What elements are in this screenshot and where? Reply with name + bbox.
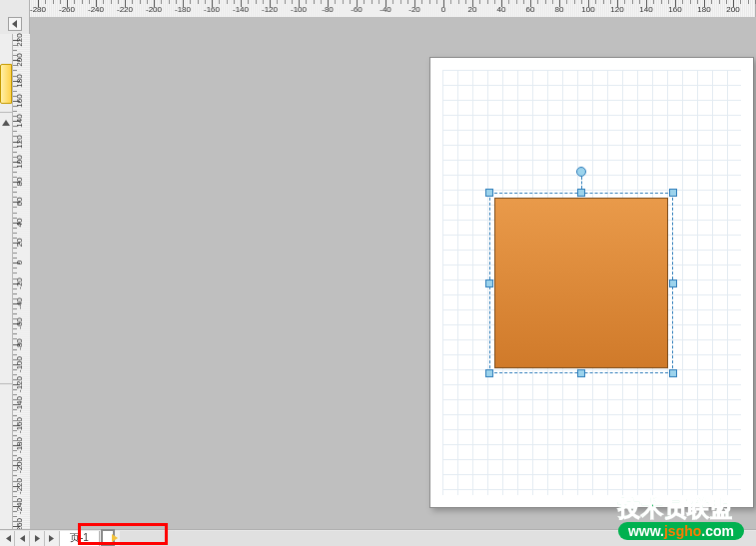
horizontal-ruler[interactable]: -280-260-240-220-200-180-160-140-120-100…: [30, 0, 756, 17]
page-tab-1[interactable]: 页-1: [60, 531, 100, 546]
ruler-h-label: -60: [351, 5, 363, 14]
ruler-h-label: -280: [30, 5, 46, 14]
ruler-h-label: -180: [175, 5, 191, 14]
prev-page-button[interactable]: [15, 531, 30, 546]
rotation-handle[interactable]: [576, 167, 586, 177]
visio-window: -280-260-240-220-200-180-160-140-120-100…: [0, 0, 756, 546]
ruler-h-label: -240: [88, 5, 104, 14]
resize-handle-bl[interactable]: [485, 369, 493, 377]
ruler-v-label: 0: [15, 261, 24, 265]
last-page-button[interactable]: [45, 531, 60, 546]
resize-handle-tm[interactable]: [577, 189, 585, 197]
page-tab-bar: 页-1: [0, 529, 756, 546]
resize-handle-bm[interactable]: [577, 369, 585, 377]
hscroll-track[interactable]: [120, 531, 756, 546]
ruler-h-label: 200: [726, 5, 739, 14]
shapes-pane-handle[interactable]: [0, 64, 12, 104]
ruler-v-label: 60: [15, 198, 24, 207]
triangle-left-icon: [11, 20, 19, 28]
first-page-button[interactable]: [0, 531, 15, 546]
ruler-h-label: 0: [441, 5, 445, 14]
expand-icon: [2, 120, 10, 126]
ruler-h-label: -220: [117, 5, 133, 14]
ruler-h-label: -120: [262, 5, 278, 14]
ruler-h-label: -260: [59, 5, 75, 14]
pane-separator: [0, 383, 13, 384]
ruler-h-label: -200: [146, 5, 162, 14]
ruler-h-label: 120: [610, 5, 623, 14]
ruler-h-label: 140: [639, 5, 652, 14]
ruler-v-label: 40: [15, 218, 24, 227]
ruler-h-label: 40: [497, 5, 506, 14]
next-page-button[interactable]: [30, 531, 45, 546]
ruler-h-label: -40: [379, 5, 391, 14]
ruler-v-label: -60: [15, 317, 24, 329]
rotation-line: [581, 177, 582, 189]
ruler-h-label: -80: [322, 5, 334, 14]
ruler-v-label: -80: [15, 338, 24, 350]
resize-handle-ml[interactable]: [485, 279, 493, 287]
ruler-h-label: 60: [526, 5, 535, 14]
ruler-h-label: -140: [233, 5, 249, 14]
first-icon: [3, 534, 12, 543]
next-icon: [33, 534, 42, 543]
resize-handle-mr[interactable]: [669, 279, 677, 287]
ruler-h-label: 20: [468, 5, 477, 14]
ruler-h-label: -100: [291, 5, 307, 14]
ruler-row: -280-260-240-220-200-180-160-140-120-100…: [0, 0, 756, 17]
selection-outline: [489, 193, 673, 373]
ruler-h-label: 180: [697, 5, 710, 14]
resize-handle-tr[interactable]: [669, 189, 677, 197]
ruler-corner: [0, 0, 30, 17]
ruler-v-label: 80: [15, 178, 24, 187]
vertical-ruler[interactable]: 220200180160140120100806040200-20-40-60-…: [13, 34, 30, 529]
ruler-h-label: 80: [555, 5, 564, 14]
ruler-h-label: 100: [581, 5, 594, 14]
resize-handle-tl[interactable]: [485, 189, 493, 197]
new-page-icon: [100, 528, 120, 546]
prev-icon: [18, 534, 27, 543]
add-page-button[interactable]: [100, 531, 120, 546]
ruler-h-label: 160: [668, 5, 681, 14]
ruler-h-label: -20: [408, 5, 420, 14]
last-icon: [48, 534, 57, 543]
pan-left-button[interactable]: [8, 17, 22, 31]
ruler-v-label: -20: [15, 277, 24, 289]
ruler-v-label: -40: [15, 297, 24, 309]
drawing-canvas[interactable]: [30, 17, 756, 529]
selected-shape[interactable]: [489, 193, 673, 373]
ruler-h-label: -160: [204, 5, 220, 14]
shapes-pane-collapsed[interactable]: [0, 34, 13, 529]
resize-handle-br[interactable]: [669, 369, 677, 377]
pane-separator: [0, 112, 13, 113]
ruler-v-label: 20: [15, 239, 24, 248]
